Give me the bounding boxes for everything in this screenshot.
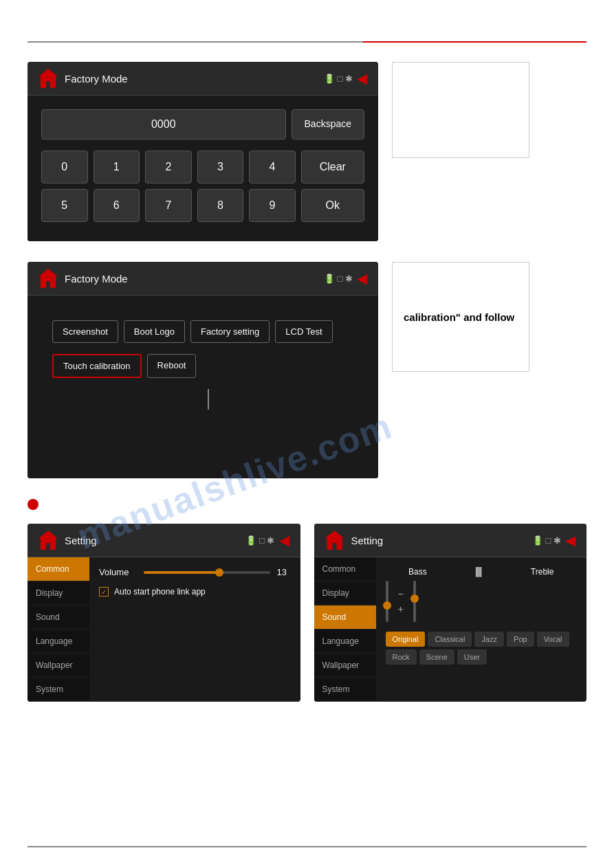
treble-thumb — [410, 594, 419, 603]
back-arrow-2[interactable]: ◀ — [357, 270, 367, 287]
sidebar-display-2[interactable]: Display — [314, 581, 376, 605]
side-box-2: calibration" and follow — [392, 262, 529, 372]
treble-slider[interactable] — [413, 581, 416, 622]
cursor-line — [208, 389, 209, 410]
ok-button[interactable]: Ok — [301, 189, 364, 222]
factory-buttons-container: Screenshot Boot Logo Factory setting LCD… — [41, 309, 364, 354]
volume-row: Volume 13 — [99, 567, 291, 577]
cursor-indicator — [41, 383, 364, 410]
mode-jazz[interactable]: Jazz — [474, 632, 504, 647]
factory-setting-button[interactable]: Factory setting — [190, 320, 270, 343]
mode-classical[interactable]: Classical — [428, 632, 472, 647]
mode-scene[interactable]: Scene — [419, 649, 454, 665]
setting-content-2: Bass ▐▌ Treble − — [376, 557, 587, 702]
sidebar-common-2[interactable]: Common — [314, 557, 376, 581]
section-2: Factory Mode 🔋 □ ✱ ◀ Screenshot Boot Log… — [28, 262, 586, 478]
key-4[interactable]: 4 — [249, 151, 296, 183]
bass-slider-container — [386, 581, 388, 622]
backspace-button[interactable]: Backspace — [292, 109, 364, 140]
sidebar-language-2[interactable]: Language — [314, 630, 376, 654]
factory-mode-screen-2: Factory Mode 🔋 □ ✱ ◀ Screenshot Boot Log… — [28, 262, 378, 478]
setting-back-1[interactable]: ◀ — [279, 532, 289, 548]
keypad-row-1: 0 1 2 3 4 Clear — [41, 151, 364, 183]
setting-header-left-2: Setting — [325, 531, 384, 550]
key-9[interactable]: 9 — [249, 189, 296, 222]
mode-rock[interactable]: Rock — [386, 649, 417, 665]
key-1[interactable]: 1 — [94, 151, 140, 183]
checkbox-label: Auto start phone link app — [114, 587, 206, 597]
sidebar-common-1[interactable]: Common — [28, 557, 89, 581]
key-6[interactable]: 6 — [94, 189, 140, 222]
checkbox-row: ✓ Auto start phone link app — [99, 587, 291, 597]
top-decorative-line — [28, 41, 586, 43]
bottom-row: Setting 🔋 □ ✱ ◀ Common Display Sound Lan… — [28, 524, 586, 702]
key-0[interactable]: 0 — [41, 151, 88, 183]
mode-original[interactable]: Original — [386, 632, 426, 647]
setting-header-2: Setting 🔋 □ ✱ ◀ — [314, 524, 587, 557]
eq-headers: Bass ▐▌ Treble — [386, 567, 578, 577]
screen-title-1: Factory Mode — [65, 73, 128, 85]
home-icon-s2 — [325, 531, 344, 550]
treble-label: Treble — [531, 567, 554, 577]
sidebar-sound-2[interactable]: Sound — [314, 605, 376, 630]
treble-slider-container — [413, 581, 416, 622]
reboot-button[interactable]: Reboot — [147, 354, 197, 378]
setting-icons-2: 🔋 □ ✱ ◀ — [532, 532, 575, 548]
red-dot-bullet — [28, 499, 39, 510]
side-box-2-text: calibration" and follow — [404, 311, 518, 323]
key-2[interactable]: 2 — [145, 151, 192, 183]
bass-slider[interactable] — [386, 581, 388, 622]
sidebar-system-2[interactable]: System — [314, 678, 376, 702]
slider-thumb — [215, 568, 223, 577]
sidebar-language-1[interactable]: Language — [28, 630, 89, 654]
key-8[interactable]: 8 — [197, 189, 244, 222]
eq-controls: − + — [386, 581, 578, 622]
sidebar-display-1[interactable]: Display — [28, 581, 89, 605]
keypad-row-2: 5 6 7 8 9 Ok — [41, 189, 364, 222]
slider-fill — [144, 571, 219, 574]
setting-icons-1: 🔋 □ ✱ ◀ — [245, 532, 289, 548]
setting-sidebar-1: Common Display Sound Language Wallpaper … — [28, 557, 89, 702]
sidebar-system-1[interactable]: System — [28, 678, 89, 702]
setting-header-left-1: Setting — [39, 531, 97, 550]
volume-label: Volume — [99, 567, 137, 577]
home-icon-s1 — [39, 531, 58, 550]
clear-button[interactable]: Clear — [301, 151, 364, 183]
boot-logo-button[interactable]: Boot Logo — [124, 320, 185, 343]
sidebar-wallpaper-2[interactable]: Wallpaper — [314, 654, 376, 678]
home-icon — [39, 69, 58, 88]
key-3[interactable]: 3 — [197, 151, 244, 183]
status-icons-2: 🔋 □ ✱ — [324, 274, 353, 284]
mode-vocal[interactable]: Vocal — [537, 632, 569, 647]
setting-header-1: Setting 🔋 □ ✱ ◀ — [28, 524, 300, 557]
side-box-1 — [392, 62, 529, 158]
setting-title-1: Setting — [65, 535, 97, 546]
setting-title-2: Setting — [351, 535, 384, 546]
lcd-test-button[interactable]: LCD Test — [275, 320, 332, 343]
factory-buttons-row2: Touch calibration Reboot — [41, 354, 364, 383]
checkbox-icon[interactable]: ✓ — [99, 587, 109, 597]
setting-body-2: Common Display Sound Language Wallpaper … — [314, 557, 587, 702]
screenshot-button[interactable]: Screenshot — [52, 320, 118, 343]
screen-header-1: Factory Mode 🔋 □ ✱ ◀ — [28, 62, 378, 96]
back-arrow-1[interactable]: ◀ — [357, 70, 367, 87]
setting-back-2[interactable]: ◀ — [565, 532, 575, 548]
keypad-input[interactable]: 0000 — [41, 109, 286, 140]
key-7[interactable]: 7 — [145, 189, 192, 222]
eq-plus-icon[interactable]: − — [398, 588, 404, 599]
header-left-1: Factory Mode — [39, 69, 128, 88]
mode-user[interactable]: User — [457, 649, 487, 665]
touch-calibration-button[interactable]: Touch calibration — [52, 354, 142, 378]
keypad-display: 0000 Backspace — [41, 109, 364, 140]
eq-minus-icon[interactable]: + — [398, 603, 404, 614]
sidebar-wallpaper-1[interactable]: Wallpaper — [28, 654, 89, 678]
mode-pop[interactable]: Pop — [507, 632, 534, 647]
key-5[interactable]: 5 — [41, 189, 88, 222]
header-icons-1: 🔋 □ ✱ ◀ — [324, 70, 367, 87]
screen-header-2: Factory Mode 🔋 □ ✱ ◀ — [28, 262, 378, 296]
volume-slider[interactable] — [144, 571, 270, 574]
setting-sidebar-2: Common Display Sound Language Wallpaper … — [314, 557, 376, 702]
sidebar-sound-1[interactable]: Sound — [28, 605, 89, 630]
setting-content-1: Volume 13 ✓ Auto start phone link app — [89, 557, 300, 702]
status-icons-1: 🔋 □ ✱ — [324, 74, 353, 84]
